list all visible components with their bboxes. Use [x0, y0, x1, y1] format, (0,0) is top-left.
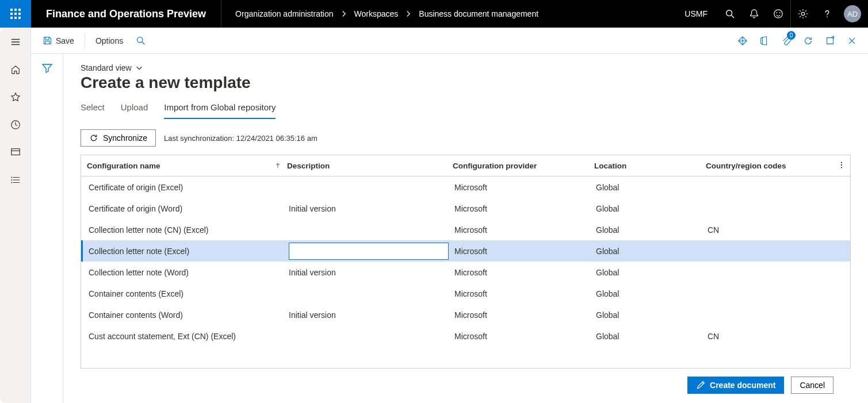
svg-point-7: [11, 177, 12, 178]
breadcrumb: Organization administration Workspaces B…: [221, 9, 674, 18]
chevron-right-icon: [341, 10, 347, 17]
hamburger-icon: [10, 37, 21, 47]
sync-label: Synchronize: [103, 133, 147, 143]
waffle-icon: [10, 9, 21, 19]
filter-button[interactable]: [41, 62, 53, 403]
help-button[interactable]: [815, 0, 839, 28]
search-button[interactable]: [718, 0, 742, 28]
col-header-desc[interactable]: Description: [287, 162, 453, 170]
cell-name: Collection letter note (Word): [89, 268, 289, 277]
col-header-name[interactable]: Configuration name: [87, 162, 287, 170]
grid-options-button[interactable]: [838, 161, 846, 171]
table-row[interactable]: Container contents (Excel)MicrosoftGloba…: [81, 283, 850, 304]
col-header-prov-label: Configuration provider: [453, 162, 537, 170]
office-icon: [759, 36, 770, 46]
shell-body: Save Options 0: [0, 28, 868, 403]
attachments-button[interactable]: 0: [776, 30, 797, 51]
cell-desc: Initial version: [289, 204, 454, 213]
breadcrumb-workspaces[interactable]: Workspaces: [354, 9, 399, 18]
cell-provider: Microsoft: [454, 289, 596, 298]
breadcrumb-org-admin[interactable]: Organization administration: [235, 9, 333, 18]
app-launcher-button[interactable]: [0, 0, 31, 28]
view-selector[interactable]: Standard view: [81, 63, 851, 72]
svg-point-4: [801, 12, 804, 15]
company-code[interactable]: USMF: [674, 9, 718, 18]
options-button[interactable]: Options: [90, 32, 129, 50]
svg-point-2: [776, 12, 777, 13]
action-search-button[interactable]: [130, 30, 151, 51]
notifications-button[interactable]: [742, 0, 766, 28]
table-row[interactable]: Certificate of origin (Excel)MicrosoftGl…: [81, 176, 850, 198]
cell-provider: Microsoft: [454, 332, 596, 341]
table-row[interactable]: Collection letter note (Word)Initial ver…: [81, 262, 850, 283]
office-button[interactable]: [754, 30, 775, 51]
breadcrumb-bdm[interactable]: Business document management: [419, 9, 538, 18]
pencil-icon: [696, 381, 705, 390]
create-document-button[interactable]: Create document: [687, 377, 784, 394]
col-header-location[interactable]: Location: [594, 162, 706, 170]
cell-location: Global: [596, 247, 708, 256]
more-vert-icon: [838, 161, 846, 169]
modules-button[interactable]: [0, 168, 31, 192]
favorites-button[interactable]: [0, 85, 31, 109]
tab-select[interactable]: Select: [81, 102, 105, 119]
cell-provider: Microsoft: [454, 204, 596, 213]
svg-point-9: [11, 182, 12, 183]
synchronize-button[interactable]: Synchronize: [81, 129, 156, 147]
cell-desc: [289, 243, 454, 260]
cell-name: Collection letter note (Excel): [89, 247, 289, 256]
description-input[interactable]: [289, 243, 449, 260]
cell-desc: Initial version: [289, 310, 454, 320]
table-row[interactable]: Cust account statement, Ext (CN) (Excel)…: [81, 325, 850, 347]
save-button[interactable]: Save: [37, 32, 80, 50]
tab-import[interactable]: Import from Global repository: [164, 102, 276, 119]
cancel-button[interactable]: Cancel: [791, 377, 833, 394]
cell-name: Container contents (Word): [89, 310, 289, 320]
tab-upload[interactable]: Upload: [121, 102, 148, 119]
workspaces-button[interactable]: [0, 140, 31, 164]
table-row[interactable]: Container contents (Word)Initial version…: [81, 304, 850, 325]
cell-location: Global: [596, 204, 708, 213]
chevron-right-icon: [405, 10, 412, 17]
cell-country: CN: [708, 225, 844, 235]
svg-point-12: [841, 164, 842, 165]
page-title: Create a new template: [81, 74, 851, 92]
grid-header: Configuration name Description Configura…: [81, 155, 850, 176]
svg-point-11: [841, 162, 842, 163]
cell-name: Cust account statement, Ext (CN) (Excel): [89, 332, 289, 341]
settings-button[interactable]: [791, 0, 815, 28]
feedback-button[interactable]: [766, 0, 790, 28]
cell-name: Collection letter note (CN) (Excel): [89, 225, 289, 235]
popout-button[interactable]: [820, 30, 840, 51]
header-right: USMF AD: [674, 0, 868, 28]
close-button[interactable]: [842, 30, 862, 51]
action-bar: Save Options 0: [31, 28, 868, 54]
clock-icon: [10, 120, 21, 130]
table-row[interactable]: Collection letter note (Excel)MicrosoftG…: [81, 240, 850, 262]
col-header-ctry-label: Country/region codes: [706, 162, 786, 170]
cell-provider: Microsoft: [454, 310, 596, 320]
col-header-country[interactable]: Country/region codes: [706, 162, 844, 170]
avatar[interactable]: AD: [844, 5, 861, 22]
cell-name: Container contents (Excel): [89, 289, 289, 298]
hamburger-button[interactable]: [0, 30, 31, 54]
top-header: Finance and Operations Preview Organizat…: [0, 0, 868, 28]
svg-point-10: [137, 37, 142, 43]
home-button[interactable]: [0, 57, 31, 82]
grid-body[interactable]: Certificate of origin (Excel)MicrosoftGl…: [81, 176, 850, 368]
create-label: Create document: [710, 381, 775, 390]
personalize-button[interactable]: [732, 30, 753, 51]
cell-name: Certificate of origin (Word): [89, 204, 289, 213]
col-header-provider[interactable]: Configuration provider: [453, 162, 594, 170]
table-row[interactable]: Collection letter note (CN) (Excel)Micro…: [81, 219, 850, 240]
recent-button[interactable]: [0, 113, 31, 137]
smiley-icon: [773, 9, 783, 19]
cell-desc: Initial version: [289, 268, 454, 277]
close-icon: [847, 36, 856, 45]
col-header-name-label: Configuration name: [87, 162, 160, 170]
last-sync-text: Last synchronization: 12/24/2021 06:35:1…: [164, 134, 318, 143]
configuration-grid: Configuration name Description Configura…: [81, 155, 851, 369]
refresh-button[interactable]: [798, 30, 819, 51]
cell-name: Certificate of origin (Excel): [89, 183, 289, 192]
table-row[interactable]: Certificate of origin (Word)Initial vers…: [81, 198, 850, 219]
